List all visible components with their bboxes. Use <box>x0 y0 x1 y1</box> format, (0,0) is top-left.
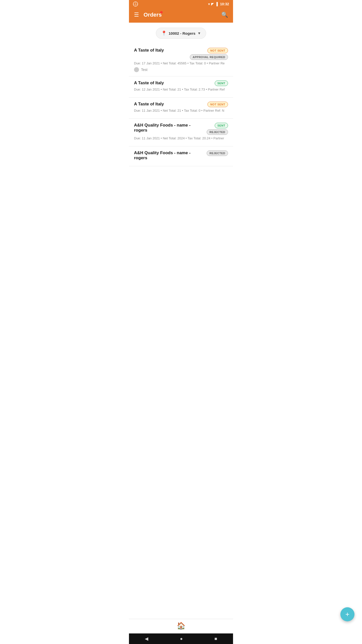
location-selector[interactable]: 📍 10002 - Rogers ▼ <box>156 28 206 39</box>
order-meta: Due: 11 Jan 2021 • Net Total: 2024 • Tax… <box>134 136 228 140</box>
order-header: A Taste of Italy SENT <box>134 80 228 86</box>
order-header: A Taste of Italy NOT SENT <box>134 102 228 107</box>
order-badge: REJECTED <box>207 150 228 156</box>
recent-button[interactable]: ■ <box>214 636 217 641</box>
order-badges: REJECTED <box>207 150 228 156</box>
order-header: A&H Quality Foods - name - rogers SENTRE… <box>134 123 228 135</box>
order-vendor: A Taste of Italy <box>134 102 205 107</box>
order-badges: SENT <box>215 80 228 86</box>
header-left: ☰ Orders <box>134 12 162 18</box>
order-badge: NOT SENT <box>207 48 228 53</box>
status-bar: ▾ ◤ ▐ 10:32 <box>129 0 233 8</box>
order-header: A Taste of Italy NOT SENTAPPROVAL REQUIR… <box>134 48 228 60</box>
order-meta: Due: 12 Jan 2021 • Net Total: 21 • Tax T… <box>134 88 228 91</box>
page-title: Orders <box>144 12 162 18</box>
status-icons: ▾ ◤ ▐ 10:32 <box>208 2 229 6</box>
search-button[interactable]: 🔍 <box>221 12 228 18</box>
home-button[interactable]: 🏠 <box>177 622 186 630</box>
comment-icon <box>134 67 139 72</box>
order-item[interactable]: A Taste of Italy SENT Due: 12 Jan 2021 •… <box>129 76 233 98</box>
order-item[interactable]: A Taste of Italy NOT SENT Due: 11 Jan 20… <box>129 98 233 119</box>
menu-button[interactable]: ☰ <box>134 12 139 18</box>
bottom-nav: 🏠 <box>129 619 233 633</box>
signal-icon: ◤ <box>211 2 214 6</box>
order-item[interactable]: A Taste of Italy NOT SENTAPPROVAL REQUIR… <box>129 44 233 76</box>
order-meta: Due: 17 Jan 2021 • Net Total: 45565 • Ta… <box>134 61 228 65</box>
order-vendor: A Taste of Italy <box>134 48 187 53</box>
order-badge: APPROVAL REQUIRED <box>190 54 228 60</box>
order-vendor: A&H Quality Foods - name - rogers <box>134 150 204 160</box>
chevron-down-icon: ▼ <box>197 31 201 35</box>
location-bar: 📍 10002 - Rogers ▼ <box>129 23 233 41</box>
wifi-icon: ▾ <box>208 2 210 6</box>
order-item[interactable]: A&H Quality Foods - name - rogers SENTRE… <box>129 119 233 146</box>
status-time: 10:32 <box>220 2 229 6</box>
order-vendor: A&H Quality Foods - name - rogers <box>134 123 204 133</box>
order-item[interactable]: A&H Quality Foods - name - rogers REJECT… <box>129 146 233 166</box>
notification-dot <box>160 11 163 14</box>
order-badge: SENT <box>215 123 228 128</box>
globe-icon <box>133 2 138 7</box>
order-badge: REJECTED <box>207 129 228 135</box>
location-pin-icon: 📍 <box>161 30 167 36</box>
location-text: 10002 - Rogers <box>169 31 196 35</box>
order-comment: Test <box>134 67 228 72</box>
order-badges: SENTREJECTED <box>207 123 228 135</box>
back-button[interactable]: ◀ <box>145 636 148 641</box>
order-header: A&H Quality Foods - name - rogers REJECT… <box>134 150 228 160</box>
app-header: ☰ Orders 🔍 <box>129 8 233 23</box>
home-nav-button[interactable]: ● <box>180 636 183 641</box>
order-badge: SENT <box>215 80 228 86</box>
battery-icon: ▐ <box>215 2 218 6</box>
order-badges: NOT SENTAPPROVAL REQUIRED <box>190 48 228 60</box>
order-vendor: A Taste of Italy <box>134 80 212 86</box>
orders-list: A Taste of Italy NOT SENTAPPROVAL REQUIR… <box>129 41 233 169</box>
order-meta: Due: 11 Jan 2021 • Net Total: 21 • Tax T… <box>134 109 228 112</box>
comment-text: Test <box>141 68 148 72</box>
order-badges: NOT SENT <box>207 102 228 107</box>
android-nav-bar: ◀ ● ■ <box>129 633 233 644</box>
order-badge: NOT SENT <box>207 102 228 107</box>
